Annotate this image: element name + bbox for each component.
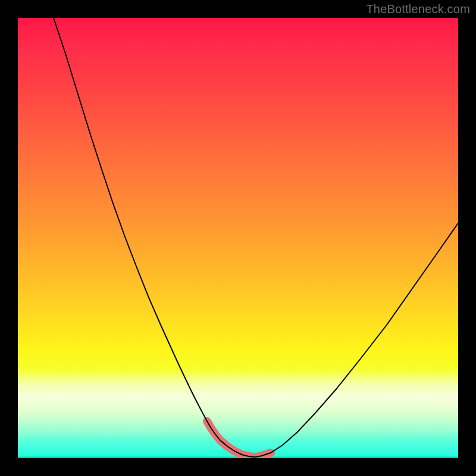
curve-layer bbox=[18, 18, 458, 458]
plot-area bbox=[18, 18, 458, 458]
curve-path bbox=[54, 18, 458, 457]
watermark-text: TheBottleneck.com bbox=[366, 2, 470, 16]
highlight-path bbox=[207, 421, 271, 457]
chart-stage: TheBottleneck.com bbox=[0, 0, 476, 476]
